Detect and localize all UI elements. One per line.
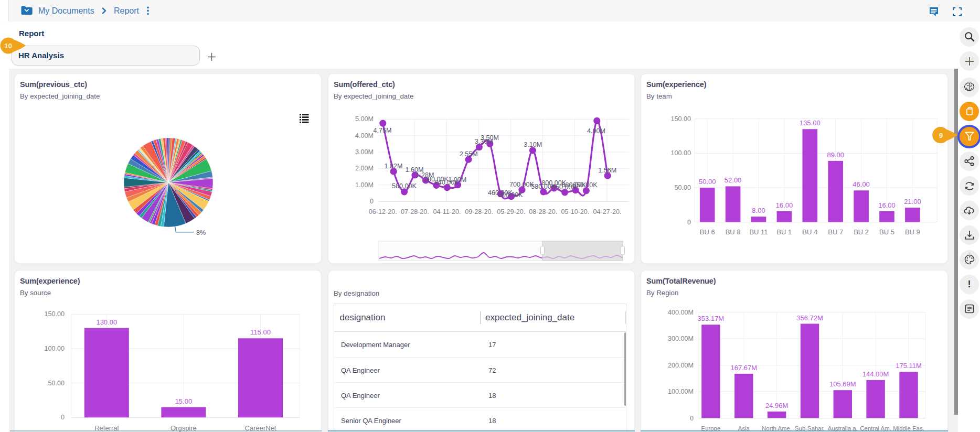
svg-text:150.00: 150.00: [670, 115, 691, 123]
svg-text:300.00M: 300.00M: [668, 335, 694, 342]
svg-text:4.90M: 4.90M: [587, 127, 605, 135]
svg-text:2.55M: 2.55M: [460, 150, 478, 158]
svg-text:115.00: 115.00: [250, 328, 271, 336]
svg-text:1.00M: 1.00M: [448, 176, 466, 183]
svg-text:4.00M: 4.00M: [355, 132, 374, 139]
svg-text:BU 1: BU 1: [776, 228, 792, 236]
svg-text:105.69M: 105.69M: [829, 380, 856, 388]
svg-text:100.00: 100.00: [44, 345, 65, 352]
svg-text:0: 0: [370, 198, 374, 205]
svg-text:10: 10: [4, 42, 12, 50]
svg-text:21.00: 21.00: [904, 198, 921, 206]
svg-text:100.00: 100.00: [670, 149, 691, 157]
svg-text:135.00: 135.00: [800, 119, 821, 127]
svg-text:89.00: 89.00: [827, 151, 844, 159]
svg-text:24.96M: 24.96M: [765, 402, 788, 409]
svg-text:3.00M: 3.00M: [355, 148, 374, 156]
svg-text:8.00: 8.00: [752, 207, 765, 214]
svg-text:1.00M: 1.00M: [355, 181, 374, 189]
svg-text:150.00: 150.00: [44, 310, 65, 318]
svg-text:BU 4: BU 4: [802, 228, 817, 236]
svg-text:130.00: 130.00: [96, 318, 117, 326]
svg-text:50.00: 50.00: [699, 178, 716, 186]
svg-text:9: 9: [939, 132, 943, 139]
svg-text:300.00K: 300.00K: [498, 191, 524, 199]
svg-text:0: 0: [61, 414, 65, 421]
svg-text:400.00M: 400.00M: [668, 309, 694, 316]
svg-text:BU 8: BU 8: [726, 228, 741, 236]
svg-text:16.00: 16.00: [878, 201, 896, 209]
svg-text:06-12-20.: 06-12-20.: [369, 208, 397, 215]
svg-text:BU 2: BU 2: [854, 228, 869, 236]
svg-text:05-10-20.: 05-10-20.: [561, 208, 589, 215]
svg-text:08-28-20.: 08-28-20.: [529, 208, 557, 215]
svg-text:04-11-20.: 04-11-20.: [433, 208, 461, 215]
svg-text:100.00M: 100.00M: [668, 388, 694, 395]
svg-text:356.72M: 356.72M: [796, 314, 823, 322]
svg-text:15.00: 15.00: [175, 397, 193, 405]
svg-text:144.00M: 144.00M: [862, 370, 889, 378]
svg-text:04-27-20.: 04-27-20.: [593, 208, 622, 215]
svg-text:BU 7: BU 7: [828, 228, 843, 236]
svg-text:07-28-20.: 07-28-20.: [401, 208, 429, 215]
svg-text:52.00: 52.00: [725, 176, 742, 184]
svg-text:4.75M: 4.75M: [373, 127, 391, 134]
svg-text:16.00: 16.00: [776, 201, 793, 209]
svg-text:175.11M: 175.11M: [896, 362, 922, 370]
svg-text:3.10M: 3.10M: [524, 141, 542, 148]
svg-text:8%: 8%: [196, 229, 206, 236]
svg-text:50.00: 50.00: [674, 184, 691, 191]
svg-text:0: 0: [690, 415, 694, 422]
svg-text:580.00K: 580.00K: [392, 182, 417, 190]
svg-text:1.56M: 1.56M: [598, 167, 616, 174]
svg-text:BU 11: BU 11: [749, 228, 768, 236]
svg-text:353.17M: 353.17M: [698, 315, 725, 322]
svg-text:5.00M: 5.00M: [355, 115, 374, 123]
svg-text:BU 5: BU 5: [879, 228, 894, 236]
svg-text:650.00K: 650.00K: [573, 181, 598, 189]
svg-text:2.00M: 2.00M: [355, 165, 374, 172]
svg-text:0: 0: [687, 219, 691, 226]
svg-text:05-29-20.: 05-29-20.: [497, 208, 525, 215]
svg-text:1.82M: 1.82M: [384, 163, 402, 170]
svg-text:46.00: 46.00: [853, 180, 870, 188]
svg-text:50.00: 50.00: [48, 380, 65, 387]
svg-text:200.00M: 200.00M: [668, 362, 694, 369]
svg-text:BU 6: BU 6: [700, 228, 715, 236]
svg-text:09-28-20.: 09-28-20.: [465, 208, 493, 215]
svg-text:BU 9: BU 9: [905, 228, 920, 236]
svg-text:167.67M: 167.67M: [731, 364, 758, 372]
svg-text:3.50M: 3.50M: [481, 134, 499, 142]
